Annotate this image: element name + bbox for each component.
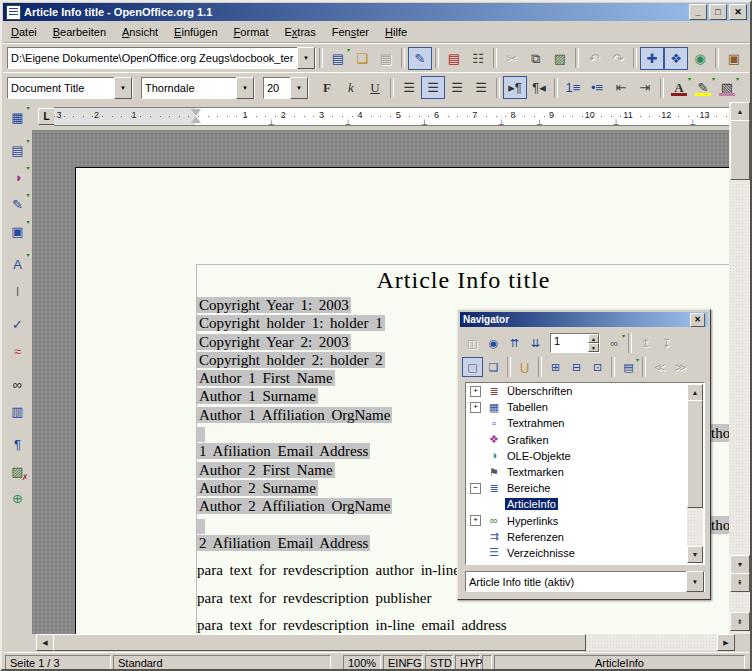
expand-icon[interactable]: + (470, 386, 481, 397)
menu-extras[interactable]: Extras (276, 24, 323, 40)
collapse-icon[interactable]: − (470, 483, 481, 494)
bullet-list-button[interactable]: •≡ (585, 76, 609, 99)
page-style-indicator[interactable]: Standard (113, 655, 331, 670)
tab-stop-type-button[interactable]: L (38, 108, 55, 125)
align-left-button[interactable]: ☰ (397, 76, 421, 99)
toggle-button[interactable]: ◫ (462, 333, 483, 353)
expand-icon[interactable]: + (470, 515, 481, 526)
align-right-button[interactable]: ☰ (445, 76, 469, 99)
save-button[interactable]: ▦ (374, 47, 398, 70)
set-reminder-button[interactable]: ⋃ (514, 357, 535, 377)
tree-item-tabellen[interactable]: +▦Tabellen (466, 399, 704, 415)
tab-stop-marker[interactable]: ⊥ (421, 118, 428, 126)
export-pdf-button[interactable]: ▤ (442, 47, 466, 70)
graphics-toggle-button[interactable]: ▨✗ (6, 459, 30, 483)
tree-item-textmarken[interactable]: ⚑Textmarken (466, 464, 704, 480)
menu-format[interactable]: Format (226, 24, 277, 40)
menu-ansicht[interactable]: Ansicht (114, 24, 166, 40)
tree-item-referenzen[interactable]: ⇉Referenzen (466, 529, 704, 545)
insert-fields-button[interactable]: ▤▾ (6, 138, 30, 162)
menu-hilfe[interactable]: Hilfe (377, 24, 415, 40)
footer-button[interactable]: ⊟ (566, 357, 587, 377)
horizontal-ruler[interactable]: L 3211234567891011121314⊥⊥⊥⊥⊥⊥⊥ (32, 102, 729, 130)
rtl-button[interactable]: ¶◂ (527, 76, 551, 99)
promote-level-button[interactable]: ≪ (649, 357, 670, 377)
undo-button[interactable]: ↶ (582, 47, 606, 70)
spin-up-button[interactable]: ▲ (588, 334, 599, 343)
tree-item-articleinfo[interactable]: ArticleInfo (466, 496, 704, 512)
form-functions-button[interactable]: ▣▾ (6, 219, 30, 243)
align-center-button[interactable]: ☰ (421, 76, 445, 99)
tab-stop-marker[interactable]: ⊥ (268, 118, 275, 126)
scroll-down-button[interactable]: ▼ (730, 555, 750, 574)
tree-item-textrahmen[interactable]: ▫Textrahmen (466, 415, 704, 431)
style-dropdown-button[interactable]: ▼ (114, 77, 132, 99)
next-page-button[interactable]: ⇟ (730, 612, 750, 631)
url-combobox[interactable]: D:\Eigene Dokumente\OpenOffice.org Zeugs… (7, 47, 316, 69)
ruler-scale[interactable]: 3211234567891011121314⊥⊥⊥⊥⊥⊥⊥ (54, 107, 729, 126)
vertical-scrollbar[interactable]: ▲ ▼ ⇞ ⇟ (729, 102, 750, 634)
find-replace-button[interactable]: ∞ (6, 372, 30, 396)
data-sources-button[interactable]: ▥ (6, 399, 30, 423)
navigation-button[interactable]: ◉ (483, 333, 504, 353)
ltr-button[interactable]: ▸¶ (503, 76, 527, 99)
tab-stop-marker[interactable]: ⊥ (498, 118, 505, 126)
background-color-button[interactable]: ▧▾ (715, 76, 739, 99)
font-color-button[interactable]: A▾ (667, 76, 691, 99)
tab-stop-marker[interactable]: ⊥ (613, 118, 620, 126)
title-bar[interactable]: Article Info title - OpenOffice.org 1.1 … (3, 3, 749, 21)
navigator-document-dropdown-button[interactable]: ▼ (686, 571, 704, 592)
new-document-button[interactable]: ▤▾ (326, 47, 350, 70)
online-layout-button[interactable]: ⊕ (6, 486, 30, 510)
justify-button[interactable]: ☰ (469, 76, 493, 99)
tab-stop-marker[interactable]: ⊥ (536, 118, 543, 126)
font-name-combobox[interactable]: Thorndale ▼ (141, 77, 255, 99)
tree-item-grafiken[interactable]: ❖Grafiken (466, 432, 704, 448)
open-button[interactable]: ❏ (350, 47, 374, 70)
stylist-button[interactable]: ❖ (664, 47, 688, 70)
print-button[interactable]: ☷ (466, 47, 490, 70)
promote-chapter-button[interactable]: ↥ (635, 333, 656, 353)
font-dropdown-button[interactable]: ▼ (236, 77, 254, 99)
highlighting-button[interactable]: ✎▾ (691, 76, 715, 99)
gallery-button[interactable]: ▣ (722, 47, 746, 70)
redo-button[interactable]: ↷ (606, 47, 630, 70)
autotext-button[interactable]: A▾ (6, 252, 30, 276)
horizontal-scrollbar[interactable]: ◀ ▶ (36, 634, 735, 651)
previous-object-button[interactable]: ⇈ (504, 333, 525, 353)
indent-marker-bottom[interactable] (191, 116, 201, 123)
paste-button[interactable]: ▨ (548, 47, 572, 70)
scroll-left-button[interactable]: ◀ (36, 634, 54, 651)
navigator-button[interactable]: ✚ (640, 47, 664, 70)
autospellcheck-button[interactable]: ≈ (6, 339, 30, 363)
copy-button[interactable]: ⧉ (524, 47, 548, 70)
edit-file-button[interactable]: ✎ (408, 47, 432, 70)
spin-down-button[interactable]: ▼ (588, 343, 599, 352)
navigator-window[interactable]: Navigator ✕ ◫◉⇈⇊1▲▼∞▾↥↧ ▢❏⋃⊞⊟⊡▤▾≪≫ +≣Übe… (457, 309, 711, 600)
insert-table-button[interactable]: ▦▾ (6, 105, 30, 129)
list-box-button[interactable]: ▤▾ (618, 357, 639, 377)
anchor-text-button[interactable]: ⊡ (587, 357, 608, 377)
page-spinbox[interactable]: 1▲▼ (550, 333, 600, 353)
font-size-combobox[interactable]: 20 ▼ (263, 77, 309, 99)
underline-button[interactable]: U (363, 76, 387, 99)
navigator-close-button[interactable]: ✕ (690, 313, 705, 327)
page-indicator[interactable]: Seite 1 / 3 (5, 655, 111, 670)
tree-item-bereiche[interactable]: −≣Bereiche (466, 480, 704, 496)
tree-scroll-down-button[interactable]: ▼ (687, 546, 703, 563)
maximize-button[interactable]: □ (709, 4, 727, 20)
draw-functions-button[interactable]: ✎▾ (6, 192, 30, 216)
scroll-up-button[interactable]: ▲ (730, 102, 750, 121)
tree-scroll-up-button[interactable]: ▲ (687, 384, 703, 401)
tree-scroll-thumb[interactable] (687, 400, 703, 508)
menu-fenster[interactable]: Fenster (324, 24, 377, 40)
menu-datei[interactable]: Datei (3, 24, 45, 40)
demote-level-button[interactable]: ≫ (670, 357, 691, 377)
tree-item-verzeichnisse[interactable]: ☰Verzeichnisse (466, 545, 704, 561)
drag-mode-button[interactable]: ∞▾ (604, 333, 625, 353)
tab-stop-marker[interactable]: ⊥ (689, 118, 696, 126)
spellcheck-button[interactable]: ✓ (6, 312, 30, 336)
tree-item-berschriften[interactable]: +≣Überschriften (466, 383, 704, 399)
url-dropdown-button[interactable]: ▼ (297, 47, 315, 69)
scroll-right-button[interactable]: ▶ (717, 634, 735, 651)
